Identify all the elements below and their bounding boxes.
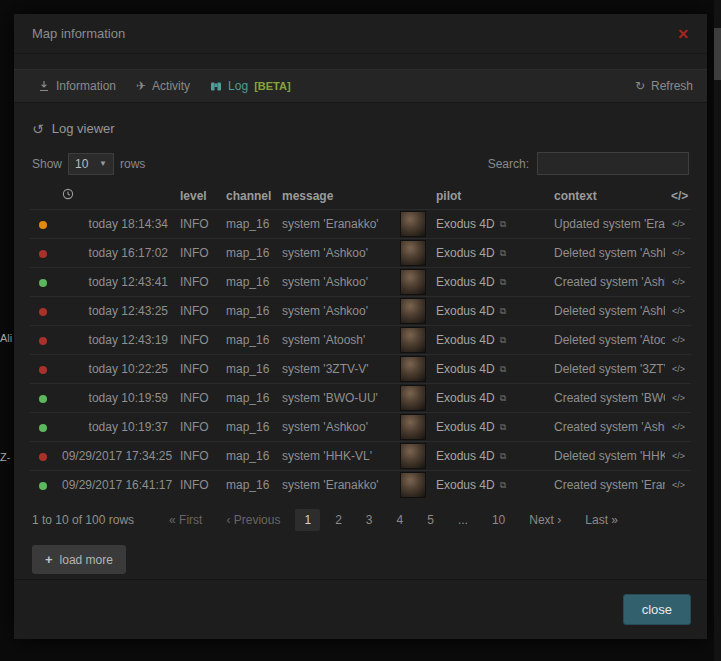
page-size-select[interactable]: 10 ▼ — [68, 153, 114, 175]
status-dot — [39, 221, 47, 229]
refresh-icon: ↻ — [635, 80, 645, 92]
next-page-button[interactable]: Next › — [520, 509, 570, 531]
first-page-button[interactable]: « First — [160, 509, 211, 531]
status-column-header[interactable] — [30, 185, 56, 210]
code-column-header[interactable]: </> — [665, 185, 691, 210]
table-row[interactable]: 09/29/2017 16:41:17 INFO map_16 system '… — [30, 471, 691, 500]
log-time: today 10:19:37 — [56, 413, 174, 442]
information-icon — [38, 80, 50, 92]
log-channel: map_16 — [220, 297, 276, 326]
tab-information[interactable]: Information — [28, 73, 126, 99]
tab-log[interactable]: Log [BETA] — [200, 73, 301, 99]
table-row[interactable]: today 12:43:41 INFO map_16 system 'Ashko… — [30, 268, 691, 297]
page-button[interactable]: 5 — [418, 509, 443, 531]
status-dot — [39, 366, 47, 374]
page-button: ... — [449, 509, 477, 531]
code-icon: </> — [672, 364, 685, 374]
tab-log-label: Log — [228, 79, 248, 93]
status-dot — [39, 482, 47, 490]
tab-activity[interactable]: ✈ Activity — [126, 73, 200, 99]
pilot-name: Exodus 4D — [436, 333, 495, 347]
pilot-avatar — [400, 356, 426, 382]
show-label: Show — [32, 157, 62, 171]
pilot-avatar — [400, 414, 426, 440]
table-header-row: level channel message pilot context </> — [30, 185, 691, 210]
external-link-icon: ⧉ — [500, 306, 506, 317]
close-icon[interactable]: ✕ — [677, 26, 689, 42]
page-button[interactable]: 4 — [388, 509, 413, 531]
table-row[interactable]: today 16:17:02 INFO map_16 system 'Ashko… — [30, 239, 691, 268]
previous-page-button[interactable]: ‹ Previous — [217, 509, 289, 531]
page-size-value: 10 — [75, 157, 88, 171]
table-row[interactable]: today 10:22:25 INFO map_16 system '3ZTV-… — [30, 355, 691, 384]
log-context: Deleted system '3ZTV-V' #... — [548, 355, 665, 384]
tab-activity-label: Activity — [152, 79, 190, 93]
page-button[interactable]: 2 — [326, 509, 351, 531]
dialog-header: Map information ✕ — [14, 14, 707, 54]
pilot-avatar — [400, 443, 426, 469]
external-link-icon: ⧉ — [500, 422, 506, 433]
code-icon: </> — [672, 306, 685, 316]
close-button[interactable]: close — [623, 594, 691, 625]
log-level: INFO — [174, 413, 220, 442]
tab-bar: Information ✈ Activity Log [BETA] ↻ Refr… — [14, 69, 707, 103]
channel-column-header[interactable]: channel — [220, 185, 276, 210]
page-button[interactable]: 10 — [483, 509, 514, 531]
pilot-avatar — [400, 385, 426, 411]
rows-label: rows — [120, 157, 145, 171]
beta-badge: [BETA] — [254, 80, 290, 92]
external-link-icon: ⧉ — [500, 335, 506, 346]
table-row[interactable]: 09/29/2017 17:34:25 INFO map_16 system '… — [30, 442, 691, 471]
context-column-header[interactable]: context — [548, 185, 665, 210]
pilot-avatar — [400, 269, 426, 295]
binoculars-icon — [210, 80, 222, 92]
clock-icon — [62, 188, 74, 200]
log-level: INFO — [174, 326, 220, 355]
search-input[interactable] — [537, 152, 689, 175]
status-dot — [39, 308, 47, 316]
code-icon: </> — [672, 422, 685, 432]
pilot-name: Exodus 4D — [436, 275, 495, 289]
log-level: INFO — [174, 268, 220, 297]
pilot-avatar — [400, 298, 426, 324]
status-dot — [39, 453, 47, 461]
status-dot — [39, 395, 47, 403]
level-column-header[interactable]: level — [174, 185, 220, 210]
time-column-header[interactable] — [56, 185, 174, 210]
log-time: today 10:19:59 — [56, 384, 174, 413]
log-message: system '3ZTV-V' — [276, 355, 398, 384]
status-dot — [39, 424, 47, 432]
log-time: today 12:43:41 — [56, 268, 174, 297]
table-row[interactable]: today 18:14:34 INFO map_16 system 'Erana… — [30, 210, 691, 239]
scrollbar-thumb[interactable] — [714, 28, 721, 80]
history-icon: ↺ — [32, 122, 44, 136]
log-channel: map_16 — [220, 239, 276, 268]
pilot-name: Exodus 4D — [436, 478, 495, 492]
external-link-icon: ⧉ — [500, 248, 506, 259]
table-row[interactable]: today 12:43:25 INFO map_16 system 'Ashko… — [30, 297, 691, 326]
log-table: level channel message pilot context </> … — [30, 185, 691, 499]
pilot-avatar — [400, 211, 426, 237]
last-page-button[interactable]: Last » — [576, 509, 627, 531]
load-more-button[interactable]: + load more — [32, 545, 126, 574]
page-button[interactable]: 1 — [295, 509, 320, 531]
table-row[interactable]: today 12:43:19 INFO map_16 system 'Atoos… — [30, 326, 691, 355]
tab-information-label: Information — [56, 79, 116, 93]
log-time: 09/29/2017 16:41:17 — [56, 471, 174, 500]
pilot-column-header[interactable]: pilot — [430, 185, 548, 210]
scrollbar[interactable] — [714, 0, 721, 661]
log-context: Deleted system 'Atoosh' #... — [548, 326, 665, 355]
table-row[interactable]: today 10:19:37 INFO map_16 system 'Ashko… — [30, 413, 691, 442]
log-message: system 'Ashkoo' — [276, 413, 398, 442]
refresh-button[interactable]: ↻ Refresh — [635, 79, 693, 93]
pilot-avatar — [400, 327, 426, 353]
log-context: Deleted system 'HHK-VL' ... — [548, 442, 665, 471]
table-row[interactable]: today 10:19:59 INFO map_16 system 'BWO-U… — [30, 384, 691, 413]
page-button[interactable]: 3 — [357, 509, 382, 531]
log-message: system 'Ashkoo' — [276, 297, 398, 326]
log-channel: map_16 — [220, 210, 276, 239]
log-viewer-title: Log viewer — [52, 121, 115, 136]
external-link-icon: ⧉ — [500, 480, 506, 491]
log-message: system 'Ashkoo' — [276, 268, 398, 297]
message-column-header[interactable]: message — [276, 185, 398, 210]
